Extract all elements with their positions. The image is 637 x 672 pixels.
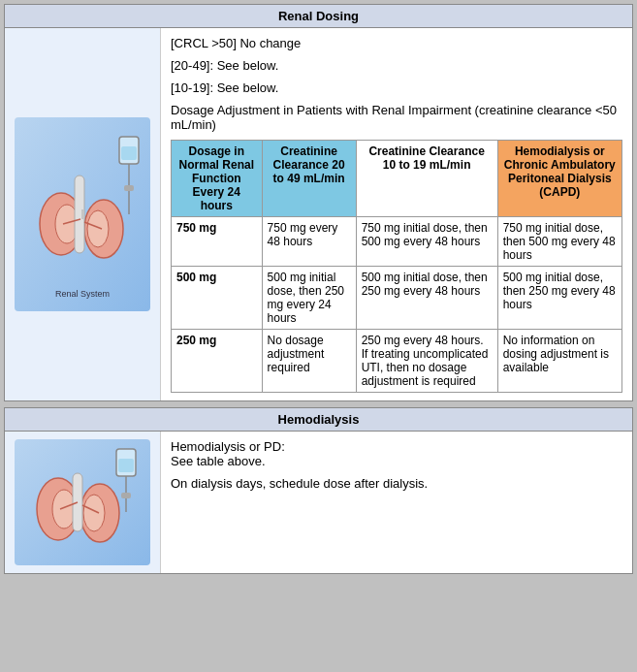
- renal-dosing-body: Renal System [CRCL >50] No change [20-49…: [5, 28, 632, 400]
- table-header-2049: Creatinine Clearance 20 to 49 mL/min: [262, 141, 356, 217]
- dose-250-col4: No information on dosing adjustment is a…: [497, 330, 621, 393]
- dose-500-col3: 500 mg initial dose, then 250 mg every 4…: [356, 267, 497, 330]
- hemodialysis-section: Hemodialysis: [4, 407, 633, 574]
- dose-750-label: 750 mg: [172, 217, 263, 267]
- table-header-1019: Creatinine Clearance 10 to 19 mL/min: [356, 141, 497, 217]
- dosage-table: Dosage in Normal Renal Function Every 24…: [171, 140, 622, 393]
- dose-750-col2: 750 mg every 48 hours: [262, 217, 356, 267]
- crcl-lines: [CRCL >50] No change [20-49]: See below.…: [171, 36, 622, 95]
- hemo-kidney-svg: [15, 439, 150, 565]
- dose-250-col2: No dosage adjustment required: [262, 330, 356, 393]
- hemodialysis-header: Hemodialysis: [5, 408, 632, 432]
- dose-750-col4: 750 mg initial dose, then 500 mg every 4…: [497, 217, 621, 267]
- table-row-250: 250 mg No dosage adjustment required 250…: [172, 330, 622, 393]
- table-header-dose: Dosage in Normal Renal Function Every 24…: [172, 141, 263, 217]
- svg-rect-9: [121, 146, 137, 160]
- dose-500-label: 500 mg: [172, 267, 263, 330]
- table-row-750: 750 mg 750 mg every 48 hours 750 mg init…: [172, 217, 622, 267]
- dose-500-col2: 500 mg initial dose, then 250 mg every 2…: [262, 267, 356, 330]
- crcl-line-2: [20-49]: See below.: [171, 58, 622, 73]
- table-row-500: 500 mg 500 mg initial dose, then 250 mg …: [172, 267, 622, 330]
- page-wrapper: Renal Dosing: [0, 0, 637, 578]
- crcl-line-3: [10-19]: See below.: [171, 80, 622, 95]
- hemo-content-area: Hemodialysis or PD:See table above. On d…: [160, 432, 632, 573]
- dose-250-col3: 250 mg every 48 hours. If treating uncom…: [356, 330, 497, 393]
- svg-rect-22: [121, 493, 131, 498]
- dosage-adjustment-title: Dosage Adjustment in Patients with Renal…: [171, 103, 622, 132]
- dose-750-col3: 750 mg initial dose, then 500 mg every 4…: [356, 217, 497, 267]
- svg-point-4: [87, 210, 109, 247]
- svg-point-19: [83, 495, 105, 531]
- svg-rect-24: [118, 459, 134, 472]
- kidney-image-area: Renal System: [5, 28, 160, 400]
- hemodialysis-body: Hemodialysis or PD:See table above. On d…: [5, 432, 632, 573]
- hemo-line-1: Hemodialysis or PD:See table above.: [171, 439, 622, 468]
- dose-250-label: 250 mg: [172, 330, 263, 393]
- table-header-capd: Hemodialysis or Chronic Ambulatory Perit…: [497, 141, 621, 217]
- hemo-line-2: On dialysis days, schedule dose after di…: [171, 476, 622, 491]
- renal-dosing-header: Renal Dosing: [5, 5, 632, 28]
- dose-500-col4: 500 mg initial dose, then 250 mg every 4…: [497, 267, 621, 330]
- kidney-svg: Renal System: [15, 117, 150, 311]
- hemo-kidney-image-area: [5, 432, 160, 573]
- renal-content-area: [CRCL >50] No change [20-49]: See below.…: [160, 28, 632, 400]
- svg-point-17: [52, 490, 76, 528]
- svg-text:Renal System: Renal System: [55, 289, 110, 299]
- svg-rect-7: [124, 185, 134, 191]
- renal-dosing-section: Renal Dosing: [4, 4, 633, 401]
- crcl-line-1: [CRCL >50] No change: [171, 36, 622, 50]
